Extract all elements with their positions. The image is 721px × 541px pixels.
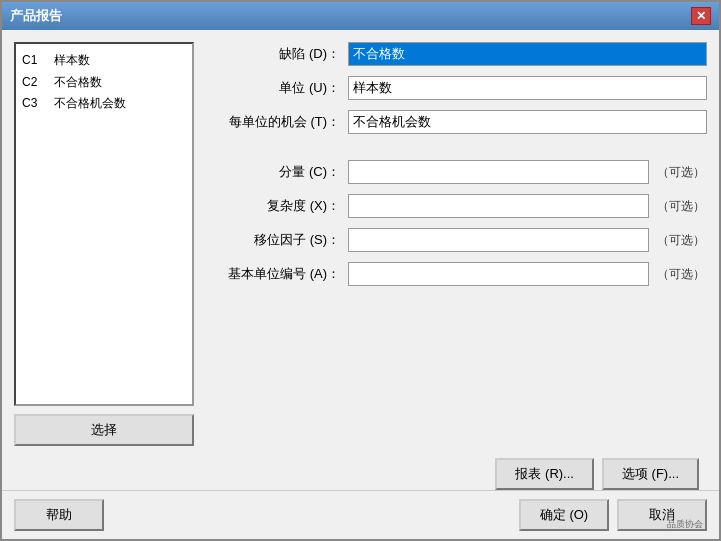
unit-input[interactable]: [348, 76, 707, 100]
main-content: C1 样本数 C2 不合格数 C3 不合格机会数 选择 缺陷 (D)：: [2, 30, 719, 458]
main-window: 产品报告 ✕ C1 样本数 C2 不合格数 C3 不合格机会数 选择: [0, 0, 721, 541]
defect-row: 缺陷 (D)：: [210, 42, 707, 66]
list-item[interactable]: C3 不合格机会数: [22, 93, 186, 115]
shift-row: 移位因子 (S)： （可选）: [210, 228, 707, 252]
list-item[interactable]: C1 样本数: [22, 50, 186, 72]
select-button[interactable]: 选择: [14, 414, 194, 446]
subgroup-input[interactable]: [348, 160, 649, 184]
bottom-bar: 帮助 确定 (O) 取消 品质协会: [2, 490, 719, 539]
opportunity-input[interactable]: [348, 110, 707, 134]
ok-button[interactable]: 确定 (O): [519, 499, 609, 531]
unit-row: 单位 (U)：: [210, 76, 707, 100]
subgroup-label: 分量 (C)：: [210, 163, 340, 181]
close-button[interactable]: ✕: [691, 7, 711, 25]
options-button[interactable]: 选项 (F)...: [602, 458, 699, 490]
window-title: 产品报告: [10, 7, 62, 25]
optional-label-4: （可选）: [657, 266, 707, 283]
title-bar: 产品报告 ✕: [2, 2, 719, 30]
base-row: 基本单位编号 (A)： （可选）: [210, 262, 707, 286]
right-panel: 缺陷 (D)： 单位 (U)： 每单位的机会 (T)： 分量 (C)： （可选）: [210, 42, 707, 446]
subgroup-row: 分量 (C)： （可选）: [210, 160, 707, 184]
optional-label-1: （可选）: [657, 164, 707, 181]
optional-label-2: （可选）: [657, 198, 707, 215]
help-button[interactable]: 帮助: [14, 499, 104, 531]
shift-input[interactable]: [348, 228, 649, 252]
base-input[interactable]: [348, 262, 649, 286]
defect-input[interactable]: [348, 42, 707, 66]
cancel-button[interactable]: 取消 品质协会: [617, 499, 707, 531]
optional-label-3: （可选）: [657, 232, 707, 249]
unit-label: 单位 (U)：: [210, 79, 340, 97]
middle-buttons: 报表 (R)... 选项 (F)...: [2, 458, 719, 490]
variable-list[interactable]: C1 样本数 C2 不合格数 C3 不合格机会数: [14, 42, 194, 406]
complexity-row: 复杂度 (X)： （可选）: [210, 194, 707, 218]
complexity-label: 复杂度 (X)：: [210, 197, 340, 215]
bottom-right-buttons: 确定 (O) 取消 品质协会: [519, 499, 707, 531]
opportunity-label: 每单位的机会 (T)：: [210, 113, 340, 131]
opportunity-row: 每单位的机会 (T)：: [210, 110, 707, 134]
report-button[interactable]: 报表 (R)...: [495, 458, 594, 490]
list-item[interactable]: C2 不合格数: [22, 72, 186, 94]
shift-label: 移位因子 (S)：: [210, 231, 340, 249]
left-panel: C1 样本数 C2 不合格数 C3 不合格机会数 选择: [14, 42, 194, 446]
base-label: 基本单位编号 (A)：: [210, 265, 340, 283]
complexity-input[interactable]: [348, 194, 649, 218]
defect-label: 缺陷 (D)：: [210, 45, 340, 63]
